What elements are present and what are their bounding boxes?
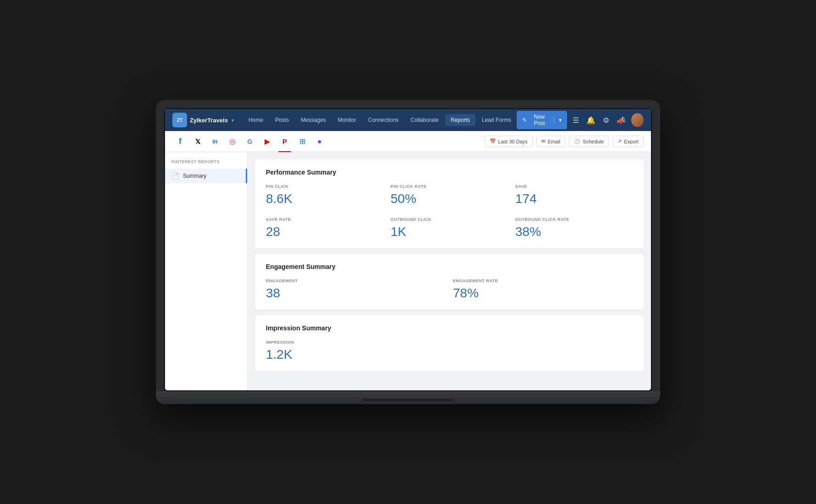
- metric-engagement-rate: ENGAGEMENT RATE 78%: [453, 279, 633, 301]
- date-range-label: Last 30 Days: [498, 139, 528, 144]
- nav-items: Home Posts Messages Monitor Connections …: [243, 114, 517, 126]
- email-label: Email: [548, 139, 561, 144]
- email-icon: ✉: [541, 138, 546, 144]
- engagement-summary-card: Engagement Summary ENGAGEMENT 38 ENGAGEM…: [255, 254, 644, 310]
- save-label: SAVE: [515, 184, 633, 189]
- new-post-icon: ✎: [522, 117, 527, 123]
- avatar-image: [631, 113, 644, 127]
- brand-chevron-icon: ▾: [232, 118, 234, 123]
- facebook-icon-button[interactable]: f: [172, 134, 188, 149]
- clock-icon: 🕐: [574, 138, 580, 144]
- metric-outbound-click: OUTBOUND CLICK 1K: [391, 217, 508, 239]
- date-range-button[interactable]: 📅 Last 30 Days: [485, 136, 533, 147]
- sidebar: PINTEREST REPORTS 📄 Summary: [165, 152, 248, 390]
- save-value: 174: [515, 192, 633, 206]
- brand-logo-area[interactable]: ZT ZylkerTravels ▾: [172, 113, 234, 127]
- engagement-value: 38: [266, 286, 446, 301]
- performance-card-title: Performance Summary: [266, 169, 633, 176]
- pin-click-rate-value: 50%: [391, 192, 508, 206]
- engagement-rate-label: ENGAGEMENT RATE: [453, 279, 633, 283]
- sidebar-item-summary[interactable]: 📄 Summary: [165, 169, 247, 183]
- bell-icon[interactable]: 🔔: [584, 114, 597, 126]
- outbound-click-value: 1K: [391, 225, 508, 239]
- nav-reports[interactable]: Reports: [445, 114, 475, 126]
- sidebar-item-summary-label: Summary: [183, 173, 206, 179]
- outbound-click-rate-label: OUTBOUND CLICK RATE: [515, 217, 633, 222]
- laptop-base: [156, 391, 660, 404]
- pinterest-icon-button[interactable]: P: [277, 134, 292, 149]
- engagement-label: ENGAGEMENT: [266, 279, 446, 283]
- metric-pin-click-rate: PIN CLICK RATE 50%: [391, 184, 508, 206]
- social-bar-actions: 📅 Last 30 Days ✉ Email 🕐 Schedule ↗ Expo…: [485, 136, 644, 147]
- export-icon: ↗: [618, 138, 622, 144]
- button-divider: [554, 117, 554, 123]
- nav-lead-forms[interactable]: Lead Forms: [476, 114, 517, 126]
- avatar[interactable]: [631, 113, 644, 127]
- pin-click-rate-label: PIN CLICK RATE: [391, 184, 508, 189]
- dropdown-chevron-icon: ▾: [559, 117, 562, 123]
- google-icon-button[interactable]: G: [242, 134, 258, 149]
- menu-icon[interactable]: ☰: [571, 114, 581, 126]
- outbound-click-rate-value: 38%: [515, 225, 633, 239]
- youtube-icon-button[interactable]: ▶: [259, 134, 275, 149]
- calendar-icon: 📅: [490, 138, 496, 144]
- export-label: Export: [624, 139, 639, 144]
- metric-save-rate: SAVE RATE 28: [266, 217, 383, 239]
- circle-icon-button[interactable]: ●: [312, 134, 327, 149]
- impression-metrics-grid: IMPRESSION 1.2K: [266, 340, 633, 362]
- outbound-click-label: OUTBOUND CLICK: [391, 217, 508, 222]
- schedule-label: Schedule: [583, 139, 604, 144]
- nav-monitor[interactable]: Monitor: [332, 114, 362, 126]
- metric-outbound-click-rate: OUTBOUND CLICK RATE 38%: [515, 217, 633, 239]
- summary-doc-icon: 📄: [171, 172, 179, 180]
- metric-engagement: ENGAGEMENT 38: [266, 279, 446, 301]
- save-rate-label: SAVE RATE: [266, 217, 383, 222]
- nav-posts[interactable]: Posts: [270, 114, 294, 126]
- content-area: Performance Summary PIN CLICK 8.6K PIN C…: [248, 152, 651, 390]
- schedule-button[interactable]: 🕐 Schedule: [569, 136, 609, 147]
- megaphone-icon[interactable]: 📣: [615, 114, 628, 126]
- new-post-button[interactable]: ✎ New Post ▾: [517, 111, 567, 129]
- metric-impression: IMPRESSION 1.2K: [266, 340, 633, 362]
- nav-collaborate[interactable]: Collaborate: [405, 114, 444, 126]
- social-platform-bar: f 𝕏 in ◎ G ▶ P ⊞ ● 📅 Last 30 Days ✉ Emai…: [165, 131, 651, 152]
- pin-click-label: PIN CLICK: [266, 184, 383, 189]
- engagement-rate-value: 78%: [453, 286, 633, 301]
- engagement-card-title: Engagement Summary: [266, 263, 633, 270]
- pin-click-value: 8.6K: [266, 192, 383, 206]
- main-content: PINTEREST REPORTS 📄 Summary Performance …: [165, 152, 651, 390]
- settings-icon[interactable]: ⚙: [601, 114, 611, 126]
- twitter-icon-button[interactable]: 𝕏: [190, 134, 205, 149]
- sidebar-section-title: PINTEREST REPORTS: [165, 159, 247, 169]
- email-button[interactable]: ✉ Email: [536, 136, 566, 147]
- nav-connections[interactable]: Connections: [363, 114, 404, 126]
- top-navigation: ZT ZylkerTravels ▾ Home Posts Messages M…: [165, 109, 651, 131]
- impression-value: 1.2K: [266, 347, 633, 362]
- performance-metrics-grid: PIN CLICK 8.6K PIN CLICK RATE 50% SAVE 1…: [266, 184, 633, 239]
- linkedin-icon-button[interactable]: in: [207, 134, 223, 149]
- windows-icon-button[interactable]: ⊞: [294, 134, 310, 149]
- nav-home[interactable]: Home: [243, 114, 269, 126]
- new-post-label: New Post: [529, 114, 549, 126]
- impression-label: IMPRESSION: [266, 340, 633, 345]
- engagement-metrics-grid: ENGAGEMENT 38 ENGAGEMENT RATE 78%: [266, 279, 633, 301]
- instagram-icon-button[interactable]: ◎: [225, 134, 240, 149]
- metric-pin-click: PIN CLICK 8.6K: [266, 184, 383, 206]
- performance-summary-card: Performance Summary PIN CLICK 8.6K PIN C…: [255, 159, 644, 248]
- impression-summary-card: Impression Summary IMPRESSION 1.2K: [255, 315, 644, 371]
- metric-save: SAVE 174: [515, 184, 633, 206]
- save-rate-value: 28: [266, 225, 383, 239]
- export-button[interactable]: ↗ Export: [612, 136, 644, 147]
- brand-logo: ZT: [172, 113, 187, 127]
- brand-name: ZylkerTravels: [190, 117, 228, 124]
- nav-right-actions: ✎ New Post ▾ ☰ 🔔 ⚙ 📣: [517, 111, 644, 129]
- impression-card-title: Impression Summary: [266, 324, 633, 332]
- nav-messages[interactable]: Messages: [295, 114, 331, 126]
